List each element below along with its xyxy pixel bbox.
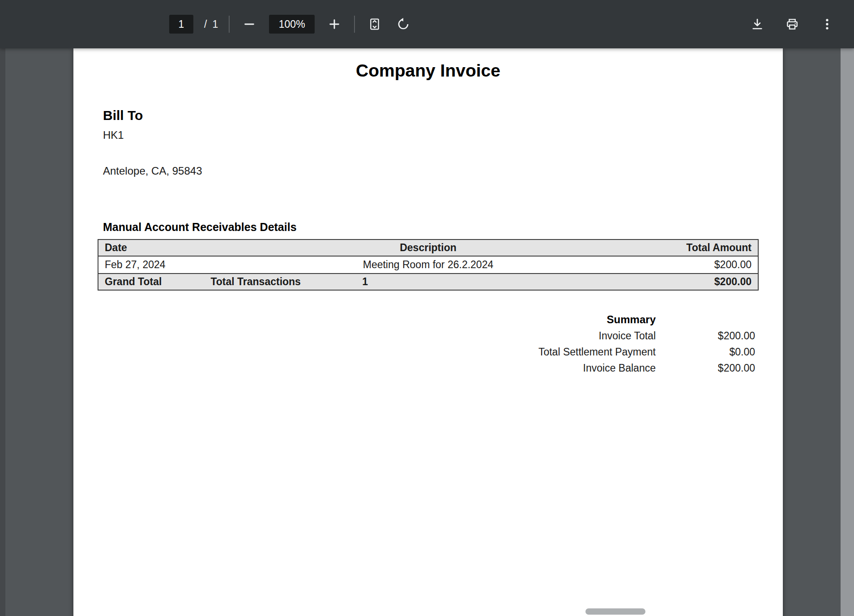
zoom-out-button[interactable] xyxy=(240,15,258,33)
print-icon xyxy=(785,17,799,31)
invoice-summary: Summary Invoice Total $200.00 Total Sett… xyxy=(73,313,755,374)
cell-date: Feb 27, 2024 xyxy=(98,259,243,271)
rotate-button[interactable] xyxy=(394,15,412,33)
vertical-scrollbar-thumb[interactable] xyxy=(841,48,854,616)
zoom-in-button[interactable] xyxy=(325,15,343,33)
plus-icon xyxy=(327,17,342,31)
page-separator: / xyxy=(204,18,207,30)
page-count: / 1 xyxy=(204,18,218,30)
bill-to-heading: Bill To xyxy=(103,107,753,124)
summary-row-label: Total Settlement Payment xyxy=(538,346,656,358)
grand-total-label: Grand Total xyxy=(98,276,210,288)
total-transactions-value: 1 xyxy=(362,276,613,288)
more-options-button[interactable] xyxy=(818,15,836,33)
receivables-section: Manual Account Receivables Details Date … xyxy=(98,220,759,291)
toolbar-divider xyxy=(229,16,230,33)
fit-to-page-button[interactable] xyxy=(366,15,384,33)
table-header-row: Date Description Total Amount xyxy=(98,240,758,257)
toolbar-center-controls: / 1 100% xyxy=(169,0,412,48)
invoice-title: Company Invoice xyxy=(73,61,783,81)
page-total-value: 1 xyxy=(212,18,218,30)
page-number-input[interactable] xyxy=(169,15,193,34)
column-header-date: Date xyxy=(98,242,243,254)
table-row: Feb 27, 2024 Meeting Room for 26.2.2024 … xyxy=(98,257,758,273)
grand-total-amount: $200.00 xyxy=(613,276,758,288)
cell-total-amount: $200.00 xyxy=(613,259,758,271)
pdf-viewer[interactable]: Company Invoice Bill To HK1 Antelope, CA… xyxy=(0,48,854,616)
summary-row-label: Invoice Balance xyxy=(538,362,656,374)
window-left-edge xyxy=(0,48,5,616)
pdf-toolbar: / 1 100% xyxy=(0,0,854,48)
summary-heading: Summary xyxy=(538,313,656,326)
horizontal-scrollbar-thumb[interactable] xyxy=(585,608,645,615)
summary-row-value: $200.00 xyxy=(656,329,755,342)
receivables-table: Date Description Total Amount Feb 27, 20… xyxy=(98,239,759,291)
bill-to-name: HK1 xyxy=(103,129,753,141)
summary-row-value: $0.00 xyxy=(656,346,755,358)
zoom-level[interactable]: 100% xyxy=(269,15,315,34)
cell-description: Meeting Room for 26.2.2024 xyxy=(243,259,613,271)
pdf-page: Company Invoice Bill To HK1 Antelope, CA… xyxy=(73,48,783,616)
rotate-ccw-icon xyxy=(396,17,410,31)
grand-total-row: Grand Total Total Transactions 1 $200.00 xyxy=(98,273,758,290)
receivables-heading: Manual Account Receivables Details xyxy=(103,220,759,234)
fit-page-icon xyxy=(367,17,382,31)
column-header-description: Description xyxy=(243,242,613,254)
download-icon xyxy=(750,17,764,31)
bill-to-address: Antelope, CA, 95843 xyxy=(103,165,753,177)
bill-to-section: Bill To HK1 Antelope, CA, 95843 xyxy=(103,107,753,177)
column-header-total-amount: Total Amount xyxy=(613,242,758,254)
toolbar-right-controls xyxy=(748,0,836,48)
download-button[interactable] xyxy=(748,15,766,33)
kebab-menu-icon xyxy=(820,17,834,31)
total-transactions-label: Total Transactions xyxy=(210,276,362,288)
summary-row-label: Invoice Total xyxy=(538,329,656,342)
summary-row-value: $200.00 xyxy=(656,362,755,374)
minus-icon xyxy=(242,17,256,31)
toolbar-divider xyxy=(354,16,355,33)
print-button[interactable] xyxy=(783,15,801,33)
